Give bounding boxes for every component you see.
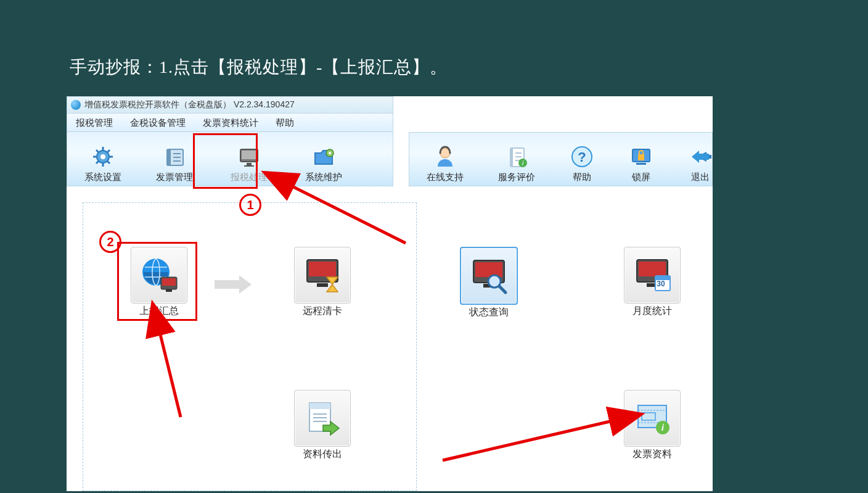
invoice-info-icon: i (633, 399, 671, 437)
anno-number-2: 2 (99, 231, 121, 253)
toolbar-label: 帮助 (573, 172, 591, 183)
func-status-query[interactable]: 状态查询 (455, 247, 523, 319)
toolbar-label: 发票管理 (156, 172, 193, 183)
flow-arrow-icon (211, 269, 255, 302)
notepad-icon: i (504, 144, 529, 169)
monitor-search-icon (470, 257, 508, 295)
app-logo-icon (71, 100, 81, 110)
func-label: 发票资料 (633, 448, 672, 461)
toolbar-service-rating[interactable]: i 服务评价 (481, 133, 552, 186)
svg-rect-13 (173, 157, 181, 158)
menu-tax-manage[interactable]: 报税管理 (67, 114, 121, 131)
menu-device-manage[interactable]: 金税设备管理 (121, 114, 194, 131)
toolbar-online-support[interactable]: 在线支持 (409, 133, 481, 186)
anno-box-step1 (193, 133, 258, 189)
toolbar-help[interactable]: ? 帮助 (552, 133, 612, 186)
svg-rect-43 (475, 262, 502, 277)
instruction-caption: 手动抄报：1.点击【报税处理】-【上报汇总】。 (70, 56, 448, 79)
toolbar-exit[interactable]: 退出 (671, 133, 730, 186)
svg-line-46 (499, 286, 506, 292)
ledger-icon (162, 144, 187, 169)
svg-text:?: ? (578, 149, 586, 165)
svg-line-5 (96, 150, 99, 152)
svg-line-65 (443, 420, 615, 460)
toolbar-label: 服务评价 (498, 172, 535, 183)
svg-line-7 (107, 150, 110, 152)
svg-point-9 (100, 154, 105, 159)
lock-screen-icon (629, 144, 653, 169)
svg-rect-23 (510, 148, 513, 167)
toolbar-label: 退出 (691, 172, 710, 183)
window-titlebar: 增值税发票税控开票软件（金税盘版） V2.2.34.190427 (67, 96, 393, 114)
help-icon: ? (570, 144, 594, 169)
svg-rect-33 (636, 163, 646, 165)
toolbar-lock-screen[interactable]: 锁屏 (612, 133, 671, 186)
svg-rect-53 (309, 403, 330, 409)
svg-rect-12 (173, 153, 181, 154)
support-icon (433, 144, 457, 169)
window-title-text: 增值税发票税控开票软件（金税盘版） V2.2.34.190427 (84, 99, 295, 110)
toolbar-label: 系统设置 (84, 172, 121, 183)
calendar-badge: 30 (657, 280, 665, 288)
func-data-export[interactable]: 资料传出 (289, 390, 356, 461)
svg-point-20 (329, 152, 331, 154)
monitor-hourglass-icon (303, 256, 342, 294)
svg-rect-11 (167, 149, 171, 165)
svg-rect-41 (317, 283, 328, 287)
func-month-stats[interactable]: 30 月度统计 (618, 247, 686, 318)
anno-arrow-3 (436, 405, 634, 466)
func-label: 资料传出 (303, 448, 342, 461)
svg-line-8 (96, 161, 99, 164)
toolbar-system-settings[interactable]: 系统设置 (67, 132, 139, 186)
doc-arrow-icon (303, 399, 342, 437)
svg-rect-40 (309, 262, 336, 276)
back-arrow-icon (688, 144, 713, 169)
menu-help[interactable]: 帮助 (267, 114, 303, 131)
menubar: 报税管理 金税设备管理 发票资料统计 帮助 (67, 114, 393, 132)
func-invoice-data[interactable]: i 发票资料 (618, 390, 686, 461)
toolbar-system-maintain[interactable]: 系统维护 (288, 132, 359, 186)
anno-box-step2 (117, 242, 197, 321)
folder-gear-icon (311, 144, 336, 169)
svg-rect-14 (173, 160, 181, 162)
func-label: 月度统计 (633, 305, 672, 318)
func-label: 状态查询 (469, 306, 509, 319)
svg-rect-32 (638, 154, 644, 160)
func-remote-clear[interactable]: 远程清卡 (289, 247, 356, 318)
svg-line-6 (107, 161, 110, 164)
menu-invoice-stats[interactable]: 发票资料统计 (194, 114, 267, 131)
toolbar-label: 系统维护 (305, 172, 342, 183)
monitor-calendar-icon (633, 256, 671, 294)
app-screenshot-region: 增值税发票税控开票软件（金税盘版） V2.2.34.190427 报税管理 金税… (67, 96, 713, 491)
anno-number-1: 1 (239, 194, 261, 216)
toolbar-label: 在线支持 (427, 172, 464, 183)
toolbar-label: 锁屏 (632, 172, 650, 183)
toolbar-secondary: 在线支持 i 服务评价 ? 帮助 锁屏 (409, 132, 713, 186)
func-label: 远程清卡 (303, 305, 342, 318)
gear-icon (91, 144, 115, 169)
svg-rect-48 (639, 262, 666, 276)
